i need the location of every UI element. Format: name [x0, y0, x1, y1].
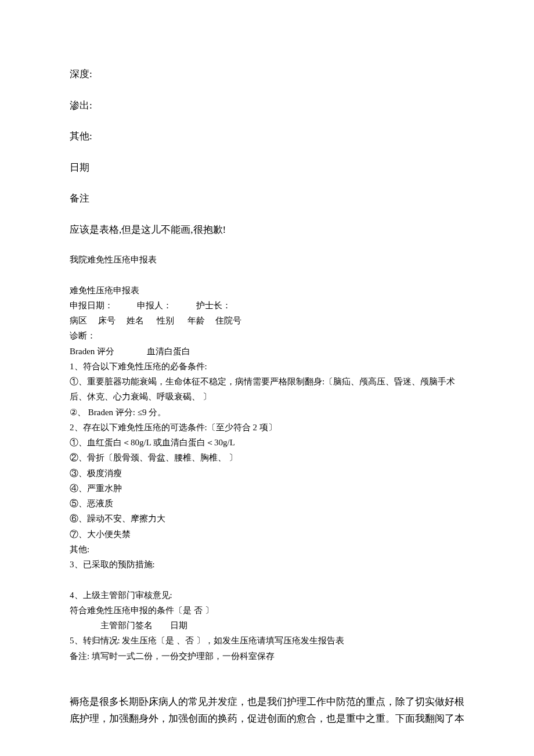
closing-paragraph: 褥疮是很多长期卧床病人的常见并发症，也是我们护理工作中防范的重点，除了切实做好根…	[70, 694, 464, 728]
section2-item7: ⑦、大小便失禁	[70, 527, 464, 542]
braden-row: Braden 评分 血清白蛋白	[70, 344, 464, 359]
report-row-1: 申报日期： 申报人： 护士长：	[70, 298, 464, 313]
section2-item2: ②、骨折〔股骨颈、骨盆、腰椎、胸椎、 〕	[70, 450, 464, 465]
section1-title: 1、符合以下难免性压疮的必备条件:	[70, 359, 464, 374]
section2-item3: ③、极度消瘦	[70, 466, 464, 481]
field-exudate: 渗出:	[70, 98, 464, 113]
section2-item6: ⑥、躁动不安、摩擦力大	[70, 511, 464, 526]
section3: 3、已采取的预防措施:	[70, 557, 464, 572]
diagnosis-label: 诊断：	[70, 328, 464, 343]
form2-title: 难免性压疮申报表	[70, 283, 464, 298]
section4-line2: 主管部门签名 日期	[70, 618, 464, 633]
section2-item1: ①、血红蛋白＜80g/L 或血清白蛋白＜30g/L	[70, 435, 464, 450]
section5: 5、转归情况: 发生压疮〔是 、否 〕，如发生压疮请填写压疮发生报告表	[70, 633, 464, 648]
section2-title: 2、存在以下难免性压疮的可选条件:〔至少符合 2 项〕	[70, 420, 464, 435]
field-date: 日期	[70, 160, 464, 175]
section2-other: 其他:	[70, 542, 464, 557]
field-depth: 深度:	[70, 67, 464, 82]
form1-title: 我院难免性压疮申报表	[70, 253, 464, 267]
apology-text: 应该是表格,但是这儿不能画,很抱歉!	[70, 222, 464, 237]
section1-item1: ①、重要脏器功能衰竭，生命体征不稳定，病情需要严格限制翻身:〔脑疝、颅高压、昏迷…	[70, 374, 464, 405]
section2-item5: ⑤、恶液质	[70, 496, 464, 511]
blank-line	[70, 572, 464, 587]
form-note: 备注: 填写时一式二份，一份交护理部，一份科室保存	[70, 649, 464, 664]
field-other: 其他:	[70, 129, 464, 144]
section1-item2: ②、 Braden 评分: ≤9 分。	[70, 405, 464, 420]
section4-line1: 符合难免性压疮申报的条件〔是 否 〕	[70, 603, 464, 618]
report-row-2: 病区 床号 姓名 性别 年龄 住院号	[70, 313, 464, 328]
document-page: 深度: 渗出: 其他: 日期 备注 应该是表格,但是这儿不能画,很抱歉! 我院难…	[0, 0, 534, 756]
section2-item4: ④、严重水肿	[70, 481, 464, 496]
field-remarks: 备注	[70, 191, 464, 206]
section4-title: 4、上级主管部门审核意见:	[70, 588, 464, 603]
form2-block: 难免性压疮申报表 申报日期： 申报人： 护士长： 病区 床号 姓名 性别 年龄 …	[70, 283, 464, 664]
